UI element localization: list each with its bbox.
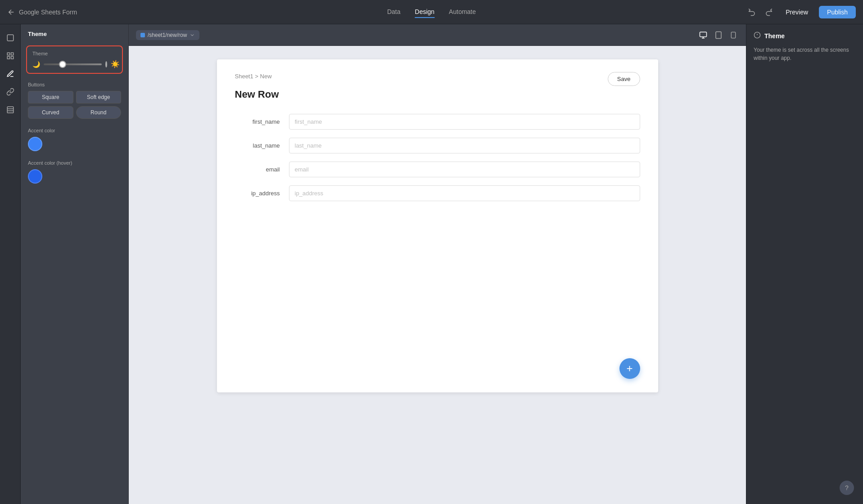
button-style-round[interactable]: Round	[76, 106, 122, 119]
field-label-email: email	[235, 166, 280, 173]
sidebar-icon-links[interactable]	[2, 84, 18, 100]
svg-rect-4	[11, 57, 13, 59]
topbar-right: Preview Publish	[746, 6, 856, 18]
chevron-down-icon	[190, 32, 195, 38]
mobile-icon[interactable]	[728, 29, 739, 41]
accent-color-label: Accent color	[28, 128, 121, 133]
sidebar-icons	[0, 24, 21, 504]
tablet-icon[interactable]	[713, 29, 724, 41]
button-styles-grid: Square Soft edge Curved Round	[28, 91, 121, 119]
save-button[interactable]: Save	[608, 72, 640, 86]
theme-section: Theme 🌙 ☀️	[26, 45, 123, 74]
undo-button[interactable]	[746, 6, 758, 18]
center-content: Sheet1 > New New Row Save first_name las…	[129, 46, 746, 504]
tab-automate[interactable]: Automate	[449, 6, 476, 18]
theme-slider[interactable]	[44, 63, 102, 65]
buttons-label: Buttons	[28, 82, 121, 87]
center-toolbar: /sheet1/new/row	[129, 24, 746, 46]
theme-label: Theme	[32, 51, 117, 56]
preview-button[interactable]: Preview	[780, 6, 813, 18]
back-button[interactable]: Google Sheets Form	[7, 8, 77, 16]
right-panel: Theme Your theme is set across all the s…	[746, 24, 863, 504]
form-row-ip-address: ip_address	[235, 185, 640, 201]
field-label-ip-address: ip_address	[235, 190, 280, 197]
sidebar-icon-pages[interactable]	[2, 30, 18, 46]
field-label-last-name: last_name	[235, 142, 280, 149]
form-row-first-name: first_name	[235, 114, 640, 130]
path-icon	[140, 33, 145, 37]
desktop-icon[interactable]	[697, 29, 709, 41]
accent-hover-label: Accent color (hover)	[28, 160, 121, 166]
redo-button[interactable]	[763, 6, 775, 18]
form-row-email: email	[235, 162, 640, 177]
left-panel: Theme Theme 🌙 ☀️ Buttons Square Soft edg…	[21, 24, 129, 504]
input-ip-address[interactable]	[289, 185, 640, 201]
button-style-curved[interactable]: Curved	[28, 106, 73, 119]
accent-color-section: Accent color	[21, 123, 128, 156]
svg-rect-2	[11, 53, 13, 55]
fab-add-button[interactable]: +	[619, 358, 640, 379]
sidebar-icon-data[interactable]	[2, 102, 18, 118]
right-panel-description: Your theme is set across all the screens…	[754, 46, 856, 62]
slider-knob-circle	[105, 61, 107, 68]
tab-design[interactable]: Design	[415, 6, 435, 18]
sidebar-icon-components[interactable]	[2, 48, 18, 64]
input-last-name[interactable]	[289, 138, 640, 153]
field-label-first-name: first_name	[235, 118, 280, 125]
path-text: /sheet1/new/row	[148, 32, 187, 38]
input-first-name[interactable]	[289, 114, 640, 130]
svg-rect-0	[7, 35, 14, 41]
svg-rect-3	[7, 57, 9, 59]
path-badge[interactable]: /sheet1/new/row	[136, 30, 199, 40]
sun-icon: ☀️	[111, 60, 120, 68]
svg-rect-1	[7, 53, 9, 55]
right-panel-header: Theme	[754, 32, 856, 40]
breadcrumb: Sheet1 > New	[235, 73, 640, 80]
accent-hover-swatch[interactable]	[28, 169, 42, 184]
panel-title: Theme	[21, 24, 128, 42]
publish-button[interactable]: Publish	[819, 6, 856, 18]
tab-data[interactable]: Data	[387, 6, 401, 18]
form-card: Sheet1 > New New Row Save first_name las…	[217, 59, 658, 392]
button-style-soft-edge[interactable]: Soft edge	[76, 91, 122, 104]
svg-rect-8	[700, 32, 707, 37]
accent-hover-section: Accent color (hover)	[21, 156, 128, 188]
right-panel-title: Theme	[764, 32, 785, 40]
input-email[interactable]	[289, 162, 640, 177]
theme-slider-row: 🌙 ☀️	[32, 60, 117, 68]
form-title: New Row	[235, 89, 640, 100]
svg-rect-5	[7, 107, 14, 113]
moon-icon: 🌙	[32, 61, 40, 68]
main-layout: Theme Theme 🌙 ☀️ Buttons Square Soft edg…	[0, 24, 863, 504]
help-button[interactable]: ?	[840, 481, 854, 495]
topbar: Google Sheets Form Data Design Automate …	[0, 0, 863, 24]
buttons-section: Buttons Square Soft edge Curved Round	[21, 77, 128, 123]
info-icon	[754, 32, 761, 40]
form-row-last-name: last_name	[235, 138, 640, 153]
app-title: Google Sheets Form	[19, 9, 77, 16]
sidebar-icon-design[interactable]	[2, 66, 18, 82]
device-icons	[697, 29, 739, 41]
button-style-square[interactable]: Square	[28, 91, 73, 104]
center-panel: /sheet1/new/row Sheet1 > New New Row Sav…	[129, 24, 746, 504]
nav-tabs: Data Design Automate	[387, 6, 476, 18]
accent-color-swatch[interactable]	[28, 137, 42, 151]
